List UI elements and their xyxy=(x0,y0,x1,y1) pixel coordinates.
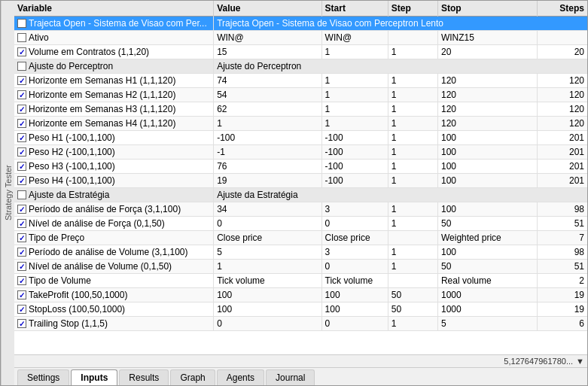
table-row: Nível de análise de Volume (0,1,50)10150… xyxy=(14,260,587,274)
row-steps: 201 xyxy=(538,145,587,160)
row-steps: 98 xyxy=(538,245,587,260)
row-start: -100 xyxy=(321,160,388,174)
row-steps: 6 xyxy=(538,317,587,331)
row-stop: 5 xyxy=(437,317,537,331)
row-step: 1 xyxy=(388,160,437,174)
table-row: TakeProfit (100,50,1000)10010050100019 xyxy=(14,288,587,302)
table-row: Ajuste da EstratégiaAjuste da Estratégia xyxy=(14,188,587,202)
row-variable: Peso H4 (-100,1,100) xyxy=(14,174,214,188)
row-stop: 50 xyxy=(437,217,537,231)
row-steps: 201 xyxy=(538,160,587,174)
table-row: Tipo de PreçoClose priceClose priceWeigh… xyxy=(14,231,587,245)
row-variable: Tipo de Volume xyxy=(14,274,214,288)
row-stop: 100 xyxy=(437,174,537,188)
tab-agents[interactable]: Agents xyxy=(217,369,264,385)
row-start: -100 xyxy=(321,145,388,160)
row-step: 1 xyxy=(388,102,437,117)
tab-inputs[interactable]: Inputs xyxy=(71,369,117,385)
table-row: AtivoWIN@WIN@WINZ15 xyxy=(14,31,587,45)
row-steps: 2 xyxy=(538,274,587,288)
table-row: Ajuste do PerceptronAjuste do Perceptron xyxy=(14,59,587,74)
row-step: 1 xyxy=(388,202,437,217)
table-row: Peso H2 (-100,1,100)-1-1001100201 xyxy=(14,145,587,160)
row-value: Trajecta Open - Sistema de Visao com Per… xyxy=(214,17,587,31)
row-steps: 201 xyxy=(538,174,587,188)
row-step: 1 xyxy=(388,145,437,160)
table-row: Horizonte em Semanas H4 (1,1,120)1111201… xyxy=(14,117,587,131)
status-text: 5,127647961780... xyxy=(504,357,573,366)
table-row: Período de análise de Volume (3,1,100)53… xyxy=(14,245,587,260)
tab-graph[interactable]: Graph xyxy=(170,369,215,385)
row-variable: Horizonte em Semanas H2 (1,1,120) xyxy=(14,88,214,102)
table-row: Volume em Contratos (1,1,20)15112020 xyxy=(14,45,587,59)
col-header-start: Start xyxy=(321,1,388,17)
row-step: 50 xyxy=(388,302,437,317)
row-value: Ajuste do Perceptron xyxy=(214,59,587,74)
tab-settings[interactable]: Settings xyxy=(17,369,69,385)
row-stop: 120 xyxy=(437,102,537,117)
strategy-tester-label: Strategy Tester xyxy=(1,1,14,385)
row-start: 3 xyxy=(321,202,388,217)
row-step: 1 xyxy=(388,74,437,88)
row-start: 1 xyxy=(321,117,388,131)
row-steps xyxy=(538,31,587,45)
tab-journal[interactable]: Journal xyxy=(266,369,315,385)
row-value: -1 xyxy=(214,145,321,160)
row-steps: 7 xyxy=(538,231,587,245)
row-steps: 51 xyxy=(538,260,587,274)
row-stop: 1000 xyxy=(437,288,537,302)
row-variable: Ativo xyxy=(14,31,214,45)
row-value: 34 xyxy=(214,202,321,217)
row-steps: 20 xyxy=(538,45,587,59)
row-value: 100 xyxy=(214,302,321,317)
row-value: Ajuste da Estratégia xyxy=(214,188,587,202)
row-start: 1 xyxy=(321,45,388,59)
row-steps: 51 xyxy=(538,217,587,231)
row-variable: Período de análise de Força (3,1,100) xyxy=(14,202,214,217)
row-step: 1 xyxy=(388,245,437,260)
col-header-value: Value xyxy=(214,1,321,17)
row-steps: 19 xyxy=(538,288,587,302)
row-steps: 120 xyxy=(538,74,587,88)
row-start: Tick volume xyxy=(321,274,388,288)
row-variable: Nível de análise de Volume (0,1,50) xyxy=(14,260,214,274)
table-row: Peso H3 (-100,1,100)76-1001100201 xyxy=(14,160,587,174)
row-stop: 120 xyxy=(437,74,537,88)
row-value: 76 xyxy=(214,160,321,174)
table-row: Peso H1 (-100,1,100)-100-1001100201 xyxy=(14,131,587,145)
row-step: 1 xyxy=(388,260,437,274)
row-start: 100 xyxy=(321,302,388,317)
table-row: Nível de análise de Força (0,1,50)001505… xyxy=(14,217,587,231)
row-steps: 120 xyxy=(538,117,587,131)
row-start: Close price xyxy=(321,231,388,245)
scroll-down-icon[interactable]: ▼ xyxy=(576,357,584,366)
row-start: 0 xyxy=(321,217,388,231)
row-variable: Horizonte em Semanas H1 (1,1,120) xyxy=(14,74,214,88)
row-start: 1 xyxy=(321,102,388,117)
row-step: 1 xyxy=(388,131,437,145)
table-row: Tipo de VolumeTick volumeTick volumeReal… xyxy=(14,274,587,288)
row-stop: Real volume xyxy=(437,274,537,288)
row-step: 50 xyxy=(388,288,437,302)
row-step: 1 xyxy=(388,45,437,59)
row-steps: 98 xyxy=(538,202,587,217)
table-row: Trailing Stop (1,1,5)00156 xyxy=(14,317,587,331)
row-start: 0 xyxy=(321,260,388,274)
row-start: 1 xyxy=(321,74,388,88)
row-start: WIN@ xyxy=(321,31,388,45)
row-variable: Volume em Contratos (1,1,20) xyxy=(14,45,214,59)
table-row: StopLoss (100,50,1000)10010050100019 xyxy=(14,302,587,317)
row-step: 1 xyxy=(388,217,437,231)
table-row: Peso H4 (-100,1,100)19-1001100201 xyxy=(14,174,587,188)
row-value: 74 xyxy=(214,74,321,88)
row-step: 1 xyxy=(388,174,437,188)
row-variable: Trajecta Open - Sistema de Visao com Per… xyxy=(14,17,214,31)
row-value: 0 xyxy=(214,317,321,331)
row-stop: 20 xyxy=(437,45,537,59)
row-step xyxy=(388,231,437,245)
tab-results[interactable]: Results xyxy=(119,369,169,385)
row-stop: 120 xyxy=(437,117,537,131)
row-step: 1 xyxy=(388,88,437,102)
table-row: Horizonte em Semanas H1 (1,1,120)7411120… xyxy=(14,74,587,88)
row-value: Close price xyxy=(214,231,321,245)
